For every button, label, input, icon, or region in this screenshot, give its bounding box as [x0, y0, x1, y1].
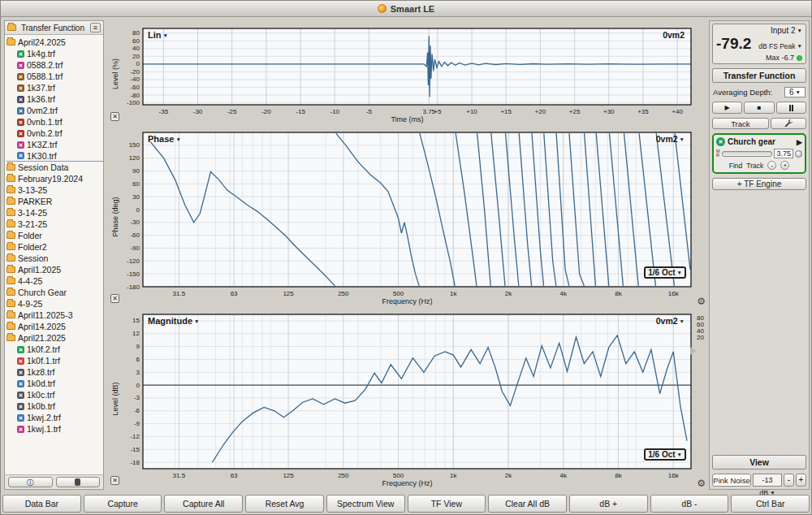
tree-file-item[interactable]: ✕1K30.trf	[6, 150, 103, 162]
magnitude-trace-menu[interactable]: 0vm2	[656, 316, 685, 326]
sidebar-menu-button[interactable]: ≡	[90, 23, 101, 32]
phase-panel: 31.5631252505001k2k4k8k16k1501209060300-…	[109, 128, 706, 308]
device-button[interactable]	[56, 477, 101, 487]
magnitude-scale-menu[interactable]: Magnitude	[148, 316, 199, 326]
delay-minus-button[interactable]: -	[767, 161, 776, 170]
toolbar-button-spectrum-view[interactable]: Spectrum View	[326, 495, 405, 513]
find-button[interactable]: Find	[729, 162, 743, 170]
add-tf-engine-button[interactable]: + TF Engine	[712, 178, 806, 190]
tree-file-item[interactable]: ✕1k4g.trf	[6, 48, 103, 59]
stop-button[interactable]: ■	[744, 102, 774, 114]
tree-item-label: 1k36.trf	[27, 94, 55, 104]
folder-icon	[6, 39, 15, 45]
tree-folder-item[interactable]: 3-13-25	[6, 184, 103, 196]
magnitude-smoothing-menu[interactable]: 1/6 Oct	[644, 448, 686, 461]
tree-folder-item[interactable]: Folder	[6, 230, 103, 241]
phase-scale-menu[interactable]: Phase	[148, 134, 181, 144]
tree-folder-item[interactable]: 4-4-25	[6, 275, 103, 287]
overlay-slider-handle[interactable]	[690, 347, 696, 355]
delay-plus-button[interactable]: +	[780, 161, 789, 170]
phase-settings-gear-icon[interactable]	[697, 296, 706, 306]
tree-folder-item[interactable]: Folder2	[6, 241, 103, 253]
delay-slider-knob[interactable]	[795, 150, 802, 158]
toolbar-button-capture-all[interactable]: Capture All	[164, 495, 243, 513]
tree-file-item[interactable]: ✕0vnb.2.trf	[6, 128, 103, 139]
tree-file-item[interactable]: ✕1k0d.trf	[6, 378, 103, 389]
toolbar-button-ctrl-bar[interactable]: Ctrl Bar	[731, 495, 810, 513]
tree-folder-item[interactable]: 3-21-25	[6, 219, 103, 230]
tree-folder-item[interactable]: April24.2025	[6, 37, 103, 48]
tree-folder-item[interactable]: April14.2025	[6, 321, 103, 332]
tree-folder-item[interactable]: Church Gear	[6, 287, 103, 298]
tree-folder-item[interactable]: Session Data	[6, 162, 103, 173]
input-select[interactable]: Input 2	[716, 26, 802, 35]
tree-file-item[interactable]: ✕1k0f.2.trf	[6, 344, 103, 355]
smaart-logo-icon	[378, 4, 387, 13]
tree-file-item[interactable]: ✕0588.2.trf	[6, 59, 103, 71]
titlebar[interactable]: Smaart LE	[1, 1, 811, 17]
tree-item-label: February19.2024	[18, 174, 83, 184]
close-magnitude-panel-button[interactable]	[110, 476, 119, 485]
tree-file-item[interactable]: ✕1kwj.1.trf	[6, 423, 103, 435]
tree-file-item[interactable]: ✕0588.1.trf	[6, 71, 103, 82]
svg-text:500: 500	[393, 472, 404, 479]
toolbar-button-capture[interactable]: Capture	[84, 495, 162, 513]
tree-folder-item[interactable]: 4-9-25	[6, 298, 103, 309]
pause-button[interactable]	[776, 102, 806, 114]
engine-track-button[interactable]: Track	[746, 162, 763, 170]
info-button[interactable]: ⓘ	[8, 477, 53, 487]
svg-text:9: 9	[136, 343, 140, 350]
phase-trace-menu[interactable]: 0vm2	[656, 134, 685, 144]
tree-file-item[interactable]: ✕1k0c.trf	[6, 389, 103, 400]
averaging-select[interactable]: 6	[784, 87, 806, 97]
play-button[interactable]: ▶	[712, 102, 742, 114]
tree-file-item[interactable]: ✕1K3Z.trf	[6, 139, 103, 150]
tree-folder-item[interactable]: April21.2025	[6, 332, 103, 344]
tree-folder-item[interactable]: Session	[6, 253, 103, 264]
phase-smoothing-menu[interactable]: 1/6 Oct	[644, 266, 686, 279]
tree-file-item[interactable]: ✕0vnb.1.trf	[6, 116, 103, 128]
toolbar-button-reset-avg[interactable]: Reset Avg	[245, 495, 324, 513]
svg-text:12: 12	[132, 330, 140, 337]
pink-noise-button[interactable]: Pink Noise	[712, 474, 751, 487]
toolbar-button-db-[interactable]: dB -	[650, 495, 729, 513]
meter-unit-select[interactable]: dB FS Peak	[758, 42, 802, 50]
impulse-trace-label[interactable]: 0vm2	[663, 30, 685, 40]
averaging-label: Averaging Depth:	[713, 88, 772, 97]
delay-slider-track[interactable]	[722, 151, 773, 157]
engine-name[interactable]: Church gear	[728, 137, 775, 146]
toolbar-button-db-[interactable]: dB +	[569, 495, 648, 513]
tree-folder-item[interactable]: April1.2025	[6, 264, 103, 275]
engine-run-icon[interactable]: ▶	[797, 138, 802, 146]
delay-value[interactable]: 3.75	[774, 149, 793, 158]
tools-button[interactable]	[771, 118, 806, 129]
tree-file-item[interactable]: ✕1k37.trf	[6, 82, 103, 93]
level-plus-button[interactable]: +	[796, 474, 806, 487]
track-button[interactable]: Track	[712, 118, 769, 129]
magnitude-settings-gear-icon[interactable]	[697, 478, 706, 488]
tree-folder-item[interactable]: April11.2025-3	[6, 309, 103, 321]
tree-file-item[interactable]: ✕1k0f.1.trf	[6, 355, 103, 366]
tree-file-item[interactable]: ✕0vm2.trf	[6, 105, 103, 116]
close-impulse-panel-button[interactable]	[110, 112, 119, 121]
close-phase-panel-button[interactable]	[110, 294, 119, 303]
tree-folder-item[interactable]: 3-14-25	[6, 207, 103, 219]
impulse-scale-menu[interactable]: Lin	[148, 30, 168, 40]
control-panel: Input 2 -79.2 dB FS Peak Max -6.7 Transf…	[709, 20, 810, 490]
tree-folder-item[interactable]: February19.2024	[6, 173, 103, 184]
tree-file-item[interactable]: ✕1kz8.trf	[6, 366, 103, 378]
svg-text:8k: 8k	[615, 290, 622, 297]
toolbar-button-tf-view[interactable]: TF View	[408, 495, 486, 513]
view-bar[interactable]: View	[712, 455, 806, 470]
level-minus-button[interactable]: -	[784, 474, 794, 487]
generator-level-select[interactable]: -13 dB	[753, 474, 782, 487]
engine-close-icon[interactable]: ✕	[716, 137, 725, 146]
toolbar-button-data-bar[interactable]: Data Bar	[2, 495, 81, 513]
tree-folder-item[interactable]: PARKER	[6, 196, 103, 207]
svg-text:2k: 2k	[505, 472, 512, 479]
tree-file-item[interactable]: ✕1k36.trf	[6, 93, 103, 105]
toolbar-button-clear-all-db[interactable]: Clear All dB	[488, 495, 567, 513]
file-sidebar: Transfer Function ≡ April24.2025✕1k4g.tr…	[4, 20, 104, 490]
tree-file-item[interactable]: ✕1kwj.2.trf	[6, 412, 103, 423]
tree-file-item[interactable]: ✕1k0b.trf	[6, 400, 103, 412]
